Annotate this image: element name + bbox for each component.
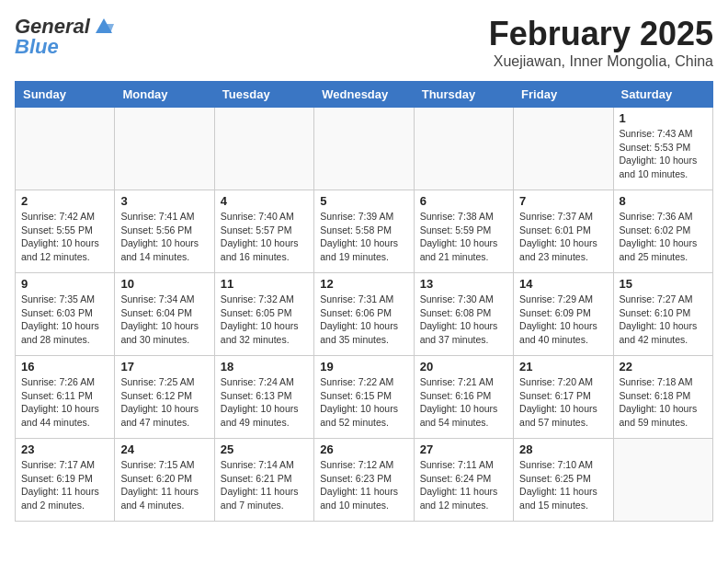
day-number: 2 bbox=[21, 194, 108, 208]
calendar-day: 17Sunrise: 7:25 AM Sunset: 6:12 PM Dayli… bbox=[115, 356, 214, 439]
calendar-day: 27Sunrise: 7:11 AM Sunset: 6:24 PM Dayli… bbox=[414, 439, 513, 522]
day-number: 3 bbox=[120, 194, 208, 208]
week-row-1: 1Sunrise: 7:43 AM Sunset: 5:53 PM Daylig… bbox=[16, 108, 713, 190]
week-row-4: 16Sunrise: 7:26 AM Sunset: 6:11 PM Dayli… bbox=[16, 356, 713, 439]
day-info: Sunrise: 7:17 AM Sunset: 6:19 PM Dayligh… bbox=[21, 458, 108, 512]
header-saturday: Saturday bbox=[613, 82, 712, 108]
day-number: 26 bbox=[320, 442, 407, 456]
calendar-day bbox=[314, 108, 414, 190]
day-number: 9 bbox=[21, 277, 108, 291]
calendar-day: 13Sunrise: 7:30 AM Sunset: 6:08 PM Dayli… bbox=[414, 273, 513, 356]
calendar-day: 2Sunrise: 7:42 AM Sunset: 5:55 PM Daylig… bbox=[16, 190, 115, 273]
calendar-day: 25Sunrise: 7:14 AM Sunset: 6:21 PM Dayli… bbox=[214, 439, 313, 522]
day-number: 25 bbox=[221, 442, 308, 456]
day-number: 8 bbox=[620, 194, 707, 208]
day-number: 18 bbox=[221, 360, 308, 373]
calendar-day: 10Sunrise: 7:34 AM Sunset: 6:04 PM Dayli… bbox=[115, 273, 214, 356]
day-number: 4 bbox=[221, 194, 308, 208]
calendar-day: 24Sunrise: 7:15 AM Sunset: 6:20 PM Dayli… bbox=[115, 439, 214, 522]
day-number: 7 bbox=[519, 194, 607, 208]
day-info: Sunrise: 7:32 AM Sunset: 6:05 PM Dayligh… bbox=[221, 293, 308, 347]
calendar-day: 3Sunrise: 7:41 AM Sunset: 5:56 PM Daylig… bbox=[115, 190, 214, 273]
calendar-title: February 2025 bbox=[489, 15, 713, 53]
day-number: 11 bbox=[221, 277, 308, 291]
day-info: Sunrise: 7:37 AM Sunset: 6:01 PM Dayligh… bbox=[519, 210, 607, 264]
header-wednesday: Wednesday bbox=[314, 82, 414, 108]
calendar-day: 7Sunrise: 7:37 AM Sunset: 6:01 PM Daylig… bbox=[514, 190, 613, 273]
weekday-header-row: Sunday Monday Tuesday Wednesday Thursday… bbox=[16, 82, 713, 108]
day-number: 16 bbox=[21, 360, 108, 373]
calendar-table: Sunday Monday Tuesday Wednesday Thursday… bbox=[15, 81, 713, 522]
day-info: Sunrise: 7:38 AM Sunset: 5:59 PM Dayligh… bbox=[420, 210, 507, 264]
week-row-2: 2Sunrise: 7:42 AM Sunset: 5:55 PM Daylig… bbox=[16, 190, 713, 273]
calendar-day: 9Sunrise: 7:35 AM Sunset: 6:03 PM Daylig… bbox=[16, 273, 115, 356]
calendar-day bbox=[115, 108, 214, 190]
day-info: Sunrise: 7:21 AM Sunset: 6:16 PM Dayligh… bbox=[420, 375, 507, 430]
week-row-3: 9Sunrise: 7:35 AM Sunset: 6:03 PM Daylig… bbox=[16, 273, 713, 356]
calendar-day: 6Sunrise: 7:38 AM Sunset: 5:59 PM Daylig… bbox=[414, 190, 513, 273]
header-sunday: Sunday bbox=[16, 82, 115, 108]
day-number: 24 bbox=[120, 442, 208, 456]
calendar-day bbox=[16, 108, 115, 190]
day-number: 27 bbox=[420, 442, 507, 456]
calendar-day: 5Sunrise: 7:39 AM Sunset: 5:58 PM Daylig… bbox=[314, 190, 414, 273]
calendar-day: 15Sunrise: 7:27 AM Sunset: 6:10 PM Dayli… bbox=[613, 273, 712, 356]
day-number: 21 bbox=[519, 360, 607, 373]
calendar-day: 21Sunrise: 7:20 AM Sunset: 6:17 PM Dayli… bbox=[514, 356, 613, 439]
day-number: 13 bbox=[420, 277, 507, 291]
day-number: 10 bbox=[120, 277, 208, 291]
header-tuesday: Tuesday bbox=[214, 82, 313, 108]
day-number: 1 bbox=[620, 111, 707, 125]
day-number: 17 bbox=[120, 360, 208, 373]
day-info: Sunrise: 7:30 AM Sunset: 6:08 PM Dayligh… bbox=[420, 293, 507, 347]
day-info: Sunrise: 7:11 AM Sunset: 6:24 PM Dayligh… bbox=[420, 458, 507, 512]
day-info: Sunrise: 7:27 AM Sunset: 6:10 PM Dayligh… bbox=[620, 293, 707, 347]
logo-icon bbox=[94, 17, 114, 37]
logo: General Blue bbox=[15, 15, 114, 59]
day-info: Sunrise: 7:15 AM Sunset: 6:20 PM Dayligh… bbox=[120, 458, 208, 512]
header-friday: Friday bbox=[514, 82, 613, 108]
day-info: Sunrise: 7:12 AM Sunset: 6:23 PM Dayligh… bbox=[320, 458, 407, 512]
logo-blue-text: Blue bbox=[15, 35, 59, 59]
calendar-day: 22Sunrise: 7:18 AM Sunset: 6:18 PM Dayli… bbox=[613, 356, 712, 439]
calendar-day: 26Sunrise: 7:12 AM Sunset: 6:23 PM Dayli… bbox=[314, 439, 414, 522]
day-info: Sunrise: 7:29 AM Sunset: 6:09 PM Dayligh… bbox=[519, 293, 607, 347]
day-info: Sunrise: 7:25 AM Sunset: 6:12 PM Dayligh… bbox=[120, 375, 208, 430]
day-info: Sunrise: 7:18 AM Sunset: 6:18 PM Dayligh… bbox=[620, 375, 707, 430]
calendar-day: 8Sunrise: 7:36 AM Sunset: 6:02 PM Daylig… bbox=[613, 190, 712, 273]
day-info: Sunrise: 7:26 AM Sunset: 6:11 PM Dayligh… bbox=[21, 375, 108, 430]
day-info: Sunrise: 7:40 AM Sunset: 5:57 PM Dayligh… bbox=[221, 210, 308, 264]
calendar-day: 1Sunrise: 7:43 AM Sunset: 5:53 PM Daylig… bbox=[613, 108, 712, 190]
day-number: 28 bbox=[519, 442, 607, 456]
day-info: Sunrise: 7:20 AM Sunset: 6:17 PM Dayligh… bbox=[519, 375, 607, 430]
calendar-subtitle: Xuejiawan, Inner Mongolia, China bbox=[489, 53, 713, 70]
day-info: Sunrise: 7:41 AM Sunset: 5:56 PM Dayligh… bbox=[120, 210, 208, 264]
calendar-day: 16Sunrise: 7:26 AM Sunset: 6:11 PM Dayli… bbox=[16, 356, 115, 439]
day-number: 5 bbox=[320, 194, 407, 208]
calendar-day bbox=[414, 108, 513, 190]
day-info: Sunrise: 7:34 AM Sunset: 6:04 PM Dayligh… bbox=[120, 293, 208, 347]
calendar-day: 14Sunrise: 7:29 AM Sunset: 6:09 PM Dayli… bbox=[514, 273, 613, 356]
day-info: Sunrise: 7:39 AM Sunset: 5:58 PM Dayligh… bbox=[320, 210, 407, 264]
day-number: 14 bbox=[519, 277, 607, 291]
calendar-day: 12Sunrise: 7:31 AM Sunset: 6:06 PM Dayli… bbox=[314, 273, 414, 356]
day-info: Sunrise: 7:42 AM Sunset: 5:55 PM Dayligh… bbox=[21, 210, 108, 264]
page-header: General Blue February 2025 Xuejiawan, In… bbox=[15, 15, 713, 70]
day-info: Sunrise: 7:10 AM Sunset: 6:25 PM Dayligh… bbox=[519, 458, 607, 512]
header-thursday: Thursday bbox=[414, 82, 513, 108]
calendar-day bbox=[514, 108, 613, 190]
calendar-day: 4Sunrise: 7:40 AM Sunset: 5:57 PM Daylig… bbox=[214, 190, 313, 273]
day-number: 6 bbox=[420, 194, 507, 208]
day-info: Sunrise: 7:35 AM Sunset: 6:03 PM Dayligh… bbox=[21, 293, 108, 347]
day-number: 19 bbox=[320, 360, 407, 373]
day-info: Sunrise: 7:36 AM Sunset: 6:02 PM Dayligh… bbox=[620, 210, 707, 264]
calendar-day: 18Sunrise: 7:24 AM Sunset: 6:13 PM Dayli… bbox=[214, 356, 313, 439]
header-monday: Monday bbox=[115, 82, 214, 108]
day-info: Sunrise: 7:43 AM Sunset: 5:53 PM Dayligh… bbox=[620, 127, 707, 181]
calendar-day: 20Sunrise: 7:21 AM Sunset: 6:16 PM Dayli… bbox=[414, 356, 513, 439]
calendar-day: 28Sunrise: 7:10 AM Sunset: 6:25 PM Dayli… bbox=[514, 439, 613, 522]
title-block: February 2025 Xuejiawan, Inner Mongolia,… bbox=[489, 15, 713, 70]
day-number: 15 bbox=[620, 277, 707, 291]
day-info: Sunrise: 7:14 AM Sunset: 6:21 PM Dayligh… bbox=[221, 458, 308, 512]
day-info: Sunrise: 7:22 AM Sunset: 6:15 PM Dayligh… bbox=[320, 375, 407, 430]
